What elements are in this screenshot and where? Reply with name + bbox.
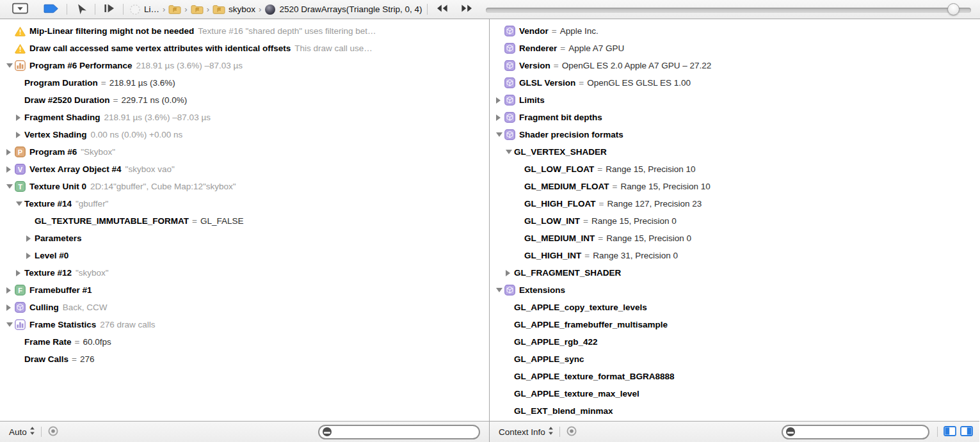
step-forward-button[interactable] (100, 2, 118, 17)
eye-icon[interactable] (47, 425, 59, 439)
tree-row[interactable]: VVertex Array Object #4"skybox vao" (0, 161, 489, 178)
disclosure-triangle[interactable] (496, 114, 504, 121)
tree-row[interactable]: Version=OpenGL ES 2.0 Apple A7 GPU – 27.… (490, 57, 979, 74)
tree-row[interactable]: Program #6 Performance218.91 µs (3.6%) –… (0, 57, 489, 74)
filter-input[interactable] (798, 427, 923, 436)
tree-row[interactable]: Parameters (0, 230, 489, 247)
tree-row[interactable]: GL_APPLE_rgb_422 (490, 333, 979, 351)
cube-icon (504, 112, 515, 123)
view-mode-popup[interactable]: Auto (9, 426, 35, 438)
show-right-pane-button[interactable] (960, 426, 973, 438)
tree-row[interactable]: Vertex Shading0.00 ns (0.0%) +0.00 ns (0, 126, 489, 143)
tree-row[interactable]: GL_HIGH_INT=Range 31, Precision 0 (490, 247, 979, 264)
disclosure-triangle[interactable] (496, 288, 504, 292)
breadcrumb-item[interactable] (191, 4, 204, 15)
tree-row[interactable]: GL_APPLE_texture_format_BGRA8888 (490, 368, 979, 385)
tree-row[interactable]: PProgram #6"Skybox" (0, 143, 489, 161)
tree-row[interactable]: GL_APPLE_texture_max_level (490, 385, 979, 402)
tree-row[interactable]: GL_APPLE_copy_texture_levels (490, 299, 979, 316)
breadcrumb-item[interactable]: 2520 DrawArrays(Triangle Strip, 0, 4) (264, 4, 422, 15)
filter-scope-icon[interactable] (786, 427, 795, 436)
row-value: Range 31, Precision 0 (593, 251, 678, 260)
tree-row[interactable]: Frame Statistics276 draw calls (0, 316, 489, 333)
disclosure-triangle[interactable] (16, 201, 24, 206)
tree-row[interactable]: CullingBack, CCW (0, 299, 489, 316)
tree-row[interactable]: Vendor=Apple Inc. (490, 22, 979, 40)
disclosure-triangle[interactable] (26, 253, 35, 259)
tree-row[interactable]: GL_LOW_INT=Range 15, Precision 0 (490, 212, 979, 230)
tree-row[interactable]: GL_EXT_blend_minmax (490, 402, 979, 420)
tree-row[interactable]: Draw Calls=276 (0, 351, 489, 368)
tree-row[interactable]: Limits (490, 91, 979, 109)
tree-row[interactable]: GL_LOW_FLOAT=Range 15, Precision 10 (490, 161, 979, 178)
tree-row[interactable]: GL_APPLE_sync (490, 351, 979, 368)
tree-row[interactable]: Draw #2520 Duration=229.71 ns (0.0%) (0, 91, 489, 109)
disclosure-triangle[interactable] (506, 270, 514, 276)
show-left-pane-button[interactable] (944, 426, 956, 438)
breadcrumb-item[interactable]: Li… (129, 4, 159, 15)
disclosure-triangle[interactable] (6, 184, 15, 189)
breadcrumb-item[interactable]: skybox (213, 4, 255, 15)
flag-button[interactable] (40, 2, 62, 17)
tree-row[interactable]: Program Duration=218.91 µs (3.6%) (0, 74, 489, 91)
row-label: GL_MEDIUM_FLOAT (524, 182, 609, 191)
disclosure-triangle[interactable] (16, 132, 24, 138)
tree-row[interactable]: Draw call accessed same vertex attribute… (0, 40, 489, 57)
right-footer-bar: Context Info (490, 421, 979, 442)
tree-row[interactable]: Texture #14"gbuffer" (0, 195, 489, 212)
row-detail: "Skybox" (81, 147, 115, 157)
context-info-rows: Vendor=Apple Inc.Renderer=Apple A7 GPUVe… (490, 19, 979, 421)
tree-row[interactable]: GL_TEXTURE_IMMUTABLE_FORMAT=GL_FALSE (0, 212, 489, 230)
frame-scrubber-slider[interactable] (486, 3, 972, 17)
row-label: Draw Calls (24, 354, 68, 364)
disclosure-triangle[interactable] (6, 322, 15, 327)
row-label: Mip-Linear filtering might not be needed (29, 26, 194, 36)
disclosure-triangle[interactable] (26, 235, 35, 242)
tree-row[interactable]: Frame Rate=60.0fps (0, 333, 489, 351)
disclosure-triangle[interactable] (6, 304, 15, 311)
tree-row[interactable]: TTexture Unit 02D:14"gbuffer", Cube Map:… (0, 178, 489, 195)
jump-back-button[interactable] (432, 2, 452, 17)
popup-label: Context Info (499, 427, 545, 437)
disclosure-triangle[interactable] (6, 166, 15, 173)
equals-sign: = (72, 354, 77, 364)
equals-sign: = (584, 251, 590, 260)
tree-row[interactable]: GL_FRAGMENT_SHADER (490, 264, 979, 281)
tree-row[interactable]: GL_APPLE_framebuffer_multisample (490, 316, 979, 333)
cube-icon (504, 60, 515, 71)
tree-row[interactable]: Renderer=Apple A7 GPU (490, 40, 979, 57)
tree-row[interactable]: GL_MEDIUM_INT=Range 15, Precision 0 (490, 230, 979, 247)
tree-row[interactable]: Shader precision formats (490, 126, 979, 143)
tree-row[interactable]: Texture #12"skybox" (0, 264, 489, 281)
navigate-to-current-frame-button[interactable] (72, 2, 90, 17)
jump-forward-button[interactable] (457, 2, 477, 17)
tree-row[interactable]: FFramebuffer #1 (0, 281, 489, 299)
disclosure-triangle[interactable] (496, 132, 504, 137)
slider-knob[interactable] (947, 3, 960, 15)
disclosure-triangle[interactable] (16, 114, 24, 121)
filter-field-container (318, 425, 480, 439)
tree-row[interactable]: Mip-Linear filtering might not be needed… (0, 22, 489, 40)
disclosure-triangle[interactable] (16, 270, 24, 276)
stepper-arrows-icon (548, 426, 554, 438)
tree-row[interactable]: GLSL Version=OpenGL ES GLSL ES 1.00 (490, 74, 979, 91)
filter-input[interactable] (335, 427, 474, 436)
tree-row[interactable]: Fragment bit depths (490, 109, 979, 126)
tree-row[interactable]: GL_MEDIUM_FLOAT=Range 15, Precision 10 (490, 178, 979, 195)
row-label: Program #6 (29, 147, 77, 157)
disclosure-triangle[interactable] (496, 97, 504, 104)
tree-row[interactable]: GL_HIGH_FLOAT=Range 127, Precision 23 (490, 195, 979, 212)
eye-icon[interactable] (566, 425, 577, 439)
tree-row[interactable]: Extensions (490, 281, 979, 299)
context-info-popup[interactable]: Context Info (499, 426, 554, 438)
disclosure-triangle[interactable] (6, 149, 15, 155)
thumbnail-strip-toggle-button[interactable] (9, 2, 31, 17)
disclosure-triangle[interactable] (6, 287, 15, 294)
disclosure-triangle[interactable] (6, 63, 15, 68)
tree-row[interactable]: Level #0 (0, 247, 489, 264)
tree-row[interactable]: Fragment Shading218.91 µs (3.6%) –87.03 … (0, 109, 489, 126)
disclosure-triangle[interactable] (506, 150, 514, 154)
filter-scope-icon[interactable] (323, 427, 332, 436)
breadcrumb-item[interactable] (168, 4, 181, 15)
tree-row[interactable]: GL_VERTEX_SHADER (490, 143, 979, 161)
